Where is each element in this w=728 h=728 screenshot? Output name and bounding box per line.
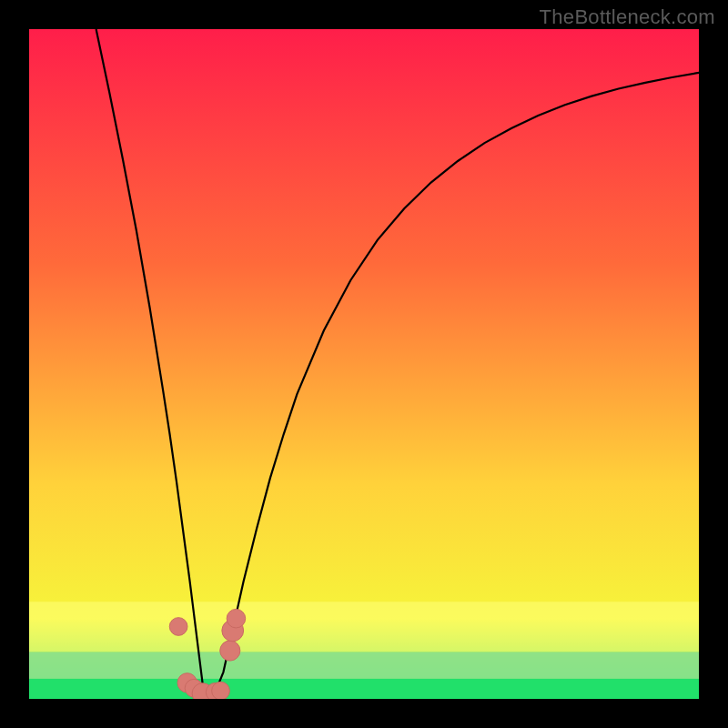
data-marker bbox=[212, 682, 230, 699]
yellow-band bbox=[29, 602, 699, 652]
plot-area bbox=[29, 29, 699, 699]
green-soft bbox=[29, 652, 699, 678]
chart-svg bbox=[29, 29, 699, 699]
data-marker bbox=[227, 609, 246, 628]
watermark-text: TheBottleneck.com bbox=[540, 5, 715, 29]
chart-frame: TheBottleneck.com bbox=[0, 0, 728, 728]
green-band bbox=[29, 679, 699, 699]
data-marker bbox=[169, 618, 187, 636]
data-marker bbox=[220, 641, 240, 661]
bottleneck-curve bbox=[96, 29, 699, 695]
threshold-bands bbox=[29, 602, 699, 699]
